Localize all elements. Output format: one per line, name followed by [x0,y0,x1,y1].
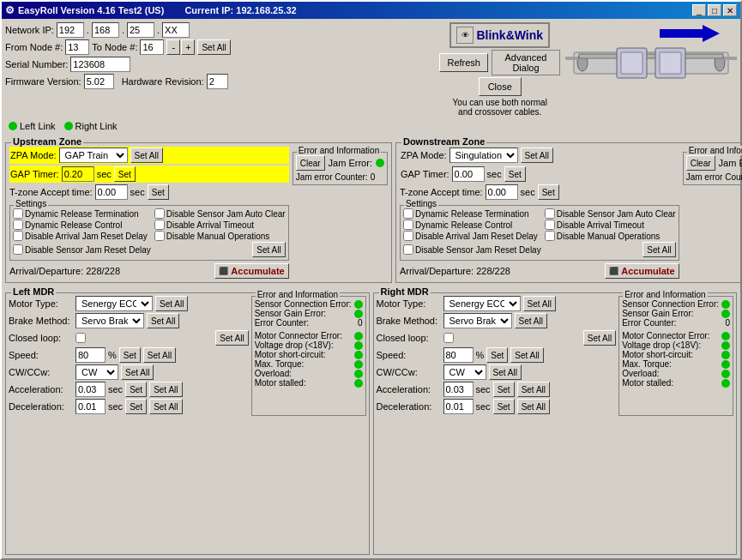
upstream-accumulate-button[interactable]: ⬛ Accumulate [214,263,288,279]
left-cw-select[interactable]: CWCCW [75,364,118,380]
ip3-input[interactable]: 25 [127,22,154,38]
downstream-accumulate-button[interactable]: ⬛ Accumulate [605,263,679,279]
downstream-arrival-timeout-cb[interactable] [545,220,555,230]
upstream-sensor-jam-cb[interactable] [13,244,23,255]
right-speed-pct: % [476,350,485,360]
left-accel-set-all[interactable]: Set All [149,382,182,397]
ip4-input[interactable]: XX [162,22,190,38]
left-closed-set-all[interactable]: Set All [215,330,248,346]
downstream-gap-sec: sec [487,169,502,179]
to-node-input[interactable]: 16 [140,39,164,55]
upstream-gap-input[interactable]: 0.20 [62,166,94,182]
upstream-tzone-set[interactable]: Set [148,184,169,200]
right-brake-set-all[interactable]: Set All [515,313,547,328]
downstream-gap-set[interactable]: Set [504,166,526,182]
left-short-led [354,351,363,359]
left-speed-set-all[interactable]: Set All [143,347,176,363]
close-button[interactable]: ✕ [723,4,737,16]
close-app-button[interactable]: Close [479,77,522,96]
upstream-settings-set-all[interactable]: Set All [252,242,285,257]
maximize-button[interactable]: □ [708,4,721,16]
ip1-input[interactable]: 192 [57,22,84,38]
right-decel-label: Deceleration: [377,401,441,412]
left-brake-label: Brake Method: [9,316,73,326]
right-decel-set[interactable]: Set [493,399,515,414]
right-link-led [64,122,73,130]
downstream-manual-ops-cb[interactable] [545,231,555,241]
upstream-tzone-label: T-zone Accept time: [9,187,93,197]
downstream-zpa-select[interactable]: GAP Train Singulation Train Slug [449,148,518,163]
ip2-input[interactable]: 168 [92,22,119,38]
right-closed-cb[interactable] [443,333,454,343]
left-decel-set-all[interactable]: Set All [149,399,182,414]
left-torque-label: Max. Torque: [255,359,305,369]
upstream-arrival-timeout-cb[interactable] [154,220,165,230]
left-speed-input[interactable]: 80 [75,347,106,363]
downstream-gap-input[interactable]: 0.00 [452,166,485,182]
right-motor-set-all[interactable]: Set All [523,296,556,311]
upstream-clear-button[interactable]: Clear [296,155,325,171]
firmware-input[interactable]: 5.02 [84,74,114,89]
left-cw-set-all[interactable]: Set All [121,364,154,380]
right-speed-set[interactable]: Set [486,347,508,363]
right-decel-input[interactable]: 0.01 [443,399,474,414]
minimize-button[interactable]: _ [692,4,706,16]
to-node-label: To Node #: [92,42,137,52]
upstream-zpa-select[interactable]: GAP Train Singulation Train Slug [59,148,128,163]
right-cw-select[interactable]: CWCCW [443,364,486,380]
serial-input[interactable]: 123608 [70,57,130,72]
left-mdr-title: Left MDR [11,286,56,297]
downstream-tzone-input[interactable]: 0.00 [486,184,518,200]
left-accel-input[interactable]: 0.03 [75,382,106,397]
left-cw-label: CW/CCw: [9,367,73,377]
left-closed-cb[interactable] [75,333,86,343]
upstream-manual-ops-cb[interactable] [154,231,165,241]
left-decel-set[interactable]: Set [125,399,147,414]
right-speed-set-all[interactable]: Set All [510,347,543,363]
left-speed-set[interactable]: Set [119,347,141,363]
left-brake-select[interactable]: Servo Brake1Servo Brake2None [75,313,144,328]
svg-marker-0 [660,25,720,42]
right-cw-set-all[interactable]: Set All [489,364,522,380]
left-accel-set[interactable]: Set [125,382,147,397]
right-accel-set[interactable]: Set [493,382,515,397]
downstream-settings-set-all[interactable]: Set All [642,242,675,257]
hardware-input[interactable]: 2 [207,74,228,89]
refresh-button[interactable]: Refresh [439,53,488,72]
upstream-sensor-jam-auto-cb[interactable] [154,208,165,219]
upstream-gap-set[interactable]: Set [114,166,136,182]
right-accel-input[interactable]: 0.03 [443,382,474,397]
left-motor-set-all[interactable]: Set All [155,296,188,311]
right-closed-set-all[interactable]: Set All [583,330,616,346]
minus-button[interactable]: - [166,39,180,55]
right-brake-select[interactable]: Servo Brake1Servo Brake2None [443,313,512,328]
left-brake-set-all[interactable]: Set All [147,313,179,328]
upstream-settings-group: Settings Dynamic Release Termination Dis… [9,205,289,261]
downstream-termination-cb[interactable] [403,208,413,219]
downstream-control-cb[interactable] [403,220,413,230]
right-decel-set-all[interactable]: Set All [517,399,550,414]
downstream-tzone-set[interactable]: Set [538,184,559,200]
right-motor-select[interactable]: Senergy ECOSenergyAC Motor [443,296,521,311]
upstream-termination-cb[interactable] [13,208,23,219]
downstream-clear-button[interactable]: Clear [686,155,715,171]
downstream-arrival-jam-cb[interactable] [403,231,413,241]
left-motor-select[interactable]: Senergy ECOSenergyAC Motor [75,296,153,311]
plus-button[interactable]: + [181,39,195,55]
upstream-zpa-set-all[interactable]: Set All [130,148,163,163]
upstream-arrival-jam-cb[interactable] [13,231,23,241]
upstream-control-cb[interactable] [13,220,23,230]
left-voltage-row: Voltage drop (<18V): [255,340,363,350]
right-accel-set-all[interactable]: Set All [517,382,550,397]
left-decel-input[interactable]: 0.01 [75,399,106,414]
from-node-input[interactable]: 13 [65,39,89,55]
downstream-sensor-jam-auto-cb[interactable] [545,208,555,219]
advanced-dialog-button[interactable]: Advanced Dialog [492,50,560,75]
upstream-tzone-input[interactable]: 0.00 [95,184,128,200]
downstream-zpa-set-all[interactable]: Set All [521,148,553,163]
upstream-sensor-jam-label: Disable Sensor Jam Reset Delay [25,245,151,255]
right-stalled-led [721,379,730,388]
right-speed-input[interactable]: 80 [443,347,474,363]
node-set-all-button[interactable]: Set All [197,39,230,55]
downstream-sensor-jam-cb[interactable] [403,244,413,255]
